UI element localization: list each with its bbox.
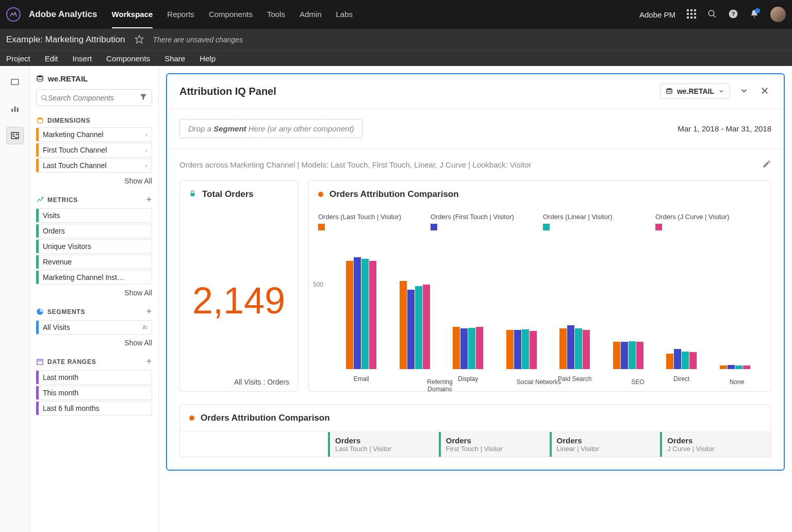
segment-item[interactable]: All VisitsA\ <box>36 320 152 335</box>
table-col[interactable]: OrdersLast Touch | Visitor <box>328 432 439 457</box>
collapse-panel-icon[interactable] <box>737 84 751 99</box>
svg-rect-16 <box>14 107 15 112</box>
total-orders-card: Total Orders 2,149 All Visits : Orders <box>179 180 298 392</box>
search-input[interactable] <box>48 94 139 102</box>
show-all-segments[interactable]: Show All <box>36 339 152 347</box>
rail-components-icon[interactable] <box>6 127 24 144</box>
tab-admin[interactable]: Admin <box>300 1 322 28</box>
topbar: Adobe Analytics Workspace Reports Compon… <box>0 0 792 29</box>
svg-marker-13 <box>135 35 143 43</box>
chart-dot-icon <box>318 192 323 197</box>
add-metric-icon[interactable]: + <box>146 194 152 205</box>
panel-daterange[interactable]: Mar 1, 2018 - Mar 31, 2018 <box>678 124 771 133</box>
metrics-header: METRICS + <box>36 194 152 205</box>
svg-rect-7 <box>690 16 692 19</box>
svg-point-20 <box>16 134 17 135</box>
menu-edit[interactable]: Edit <box>45 54 58 63</box>
menubar: Project Edit Insert Components Share Hel… <box>0 51 792 66</box>
metric-item[interactable]: Revenue <box>36 255 152 269</box>
metric-item[interactable]: Unique Visitors <box>36 239 152 254</box>
svg-line-25 <box>45 98 47 101</box>
tab-labs[interactable]: Labs <box>336 1 353 28</box>
sidebar-suite-label: we.RETAIL <box>48 74 88 83</box>
favorite-star-icon[interactable] <box>135 35 144 45</box>
table-col[interactable]: OrdersJ Curve | Visitor <box>660 432 771 457</box>
adobe-analytics-logo <box>6 7 21 22</box>
svg-rect-3 <box>687 13 689 15</box>
svg-rect-4 <box>690 13 692 15</box>
attribution-chart-card: Orders Attribution Comparison Orders (La… <box>308 180 771 392</box>
svg-rect-15 <box>11 109 13 112</box>
table-col[interactable]: OrdersLinear | Visitor <box>550 432 661 457</box>
tab-reports[interactable]: Reports <box>167 1 194 28</box>
chart-dot-icon <box>189 415 194 421</box>
apps-grid-icon[interactable] <box>687 9 696 20</box>
svg-rect-8 <box>694 16 696 19</box>
chevron-right-icon: › <box>145 147 147 153</box>
metric-item[interactable]: Visits <box>36 208 152 223</box>
svg-rect-5 <box>694 13 696 15</box>
show-all-dimensions[interactable]: Show All <box>36 177 152 185</box>
segments-header: SEGMENTS + <box>36 306 152 317</box>
daterange-item[interactable]: Last month <box>36 370 152 385</box>
table-col[interactable]: OrdersFirst Touch | Visitor <box>439 432 550 457</box>
menu-share[interactable]: Share <box>164 54 185 63</box>
rail-panel-icon[interactable] <box>6 73 24 91</box>
tab-workspace[interactable]: Workspace <box>112 1 153 28</box>
left-rail <box>0 66 30 532</box>
menu-components[interactable]: Components <box>106 54 150 63</box>
avatar[interactable] <box>770 7 786 22</box>
legend-item[interactable]: Orders (Last Touch | Visitor) <box>318 213 424 232</box>
svg-point-31 <box>667 88 672 90</box>
legend-item[interactable]: Orders (Linear | Visitor) <box>543 213 649 232</box>
notification-dot <box>755 8 760 13</box>
edit-panel-icon[interactable] <box>762 159 771 170</box>
dimension-item[interactable]: First Touch Channel› <box>36 143 152 157</box>
dimension-item[interactable]: Marketing Channel› <box>36 127 152 142</box>
search-icon[interactable] <box>707 9 717 20</box>
search-components[interactable] <box>36 89 152 106</box>
rail-visualizations-icon[interactable] <box>6 100 24 118</box>
menu-insert[interactable]: Insert <box>73 54 92 63</box>
panel-subtitle: Orders across Marketing Channel | Models… <box>179 160 531 169</box>
svg-rect-2 <box>694 9 696 11</box>
close-panel-icon[interactable] <box>758 84 771 99</box>
chevron-right-icon: › <box>145 131 147 138</box>
chevron-right-icon: › <box>145 162 147 169</box>
tab-components[interactable]: Components <box>209 1 253 28</box>
daterange-item[interactable]: This month <box>36 386 152 400</box>
help-icon[interactable]: ? <box>728 9 738 21</box>
notifications-icon[interactable] <box>750 9 759 20</box>
menu-project[interactable]: Project <box>6 54 30 63</box>
attribution-panel: Attribution IQ Panel we.RETAIL Drop a Se… <box>166 73 785 471</box>
workspace-canvas: Attribution IQ Panel we.RETAIL Drop a Se… <box>159 66 792 532</box>
add-segment-icon[interactable]: + <box>146 306 152 317</box>
legend-item[interactable]: Orders (First Touch | Visitor) <box>431 213 537 232</box>
component-sidebar: we.RETAIL DIMENSIONS Marketing Channel› … <box>30 66 159 532</box>
tab-tools[interactable]: Tools <box>267 1 285 28</box>
account-name[interactable]: Adobe PM <box>639 10 675 19</box>
dimension-item[interactable]: Last Touch Channel› <box>36 158 152 173</box>
metric-item[interactable]: Orders <box>36 224 152 238</box>
unsaved-changes-label: There are unsaved changes <box>153 36 243 44</box>
project-title: Example: Marketing Attribution <box>6 35 125 45</box>
daterange-item[interactable]: Last 6 full months <box>36 401 152 415</box>
total-orders-title: Total Orders <box>202 189 254 200</box>
menu-help[interactable]: Help <box>200 54 216 63</box>
panel-suite-select[interactable]: we.RETAIL <box>660 84 730 99</box>
svg-point-9 <box>708 10 714 16</box>
add-daterange-icon[interactable]: + <box>146 356 152 367</box>
svg-point-26 <box>38 118 43 120</box>
legend-item[interactable]: Orders (J Curve | Visitor) <box>655 213 762 232</box>
svg-text:?: ? <box>731 10 735 17</box>
show-all-metrics[interactable]: Show All <box>36 289 152 297</box>
table-title: Orders Attribution Comparison <box>201 413 330 423</box>
main-nav-tabs: Workspace Reports Components Tools Admin… <box>112 1 353 28</box>
metric-item[interactable]: Marketing Channel Inst… <box>36 270 152 285</box>
segment-dropzone[interactable]: Drop a Segment Here (or any other compon… <box>179 119 363 138</box>
filter-icon[interactable] <box>139 93 147 103</box>
sidebar-suite[interactable]: we.RETAIL <box>36 74 152 83</box>
svg-point-24 <box>42 95 46 99</box>
svg-rect-1 <box>690 9 692 11</box>
svg-point-23 <box>37 75 43 77</box>
